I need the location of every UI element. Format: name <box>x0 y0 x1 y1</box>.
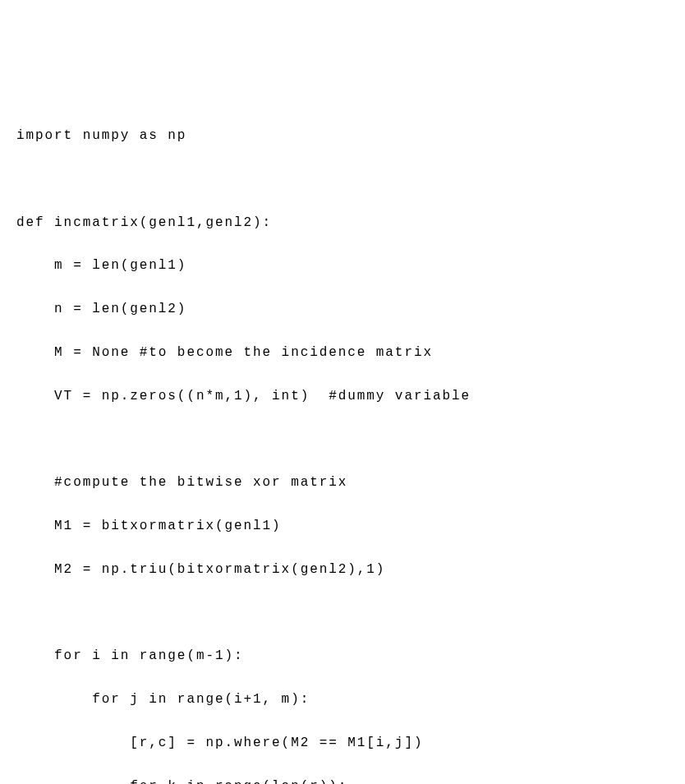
code-line: M = None #to become the incidence matrix <box>16 342 669 363</box>
code-line: M2 = np.triu(bitxormatrix(genl2),1) <box>16 559 669 580</box>
code-line: [r,c] = np.where(M2 == M1[i,j]) <box>16 732 669 754</box>
code-line: M1 = bitxormatrix(genl1) <box>16 515 669 537</box>
code-line: m = len(genl1) <box>16 255 669 276</box>
code-line <box>16 602 669 624</box>
code-listing: import numpy as np def incmatrix(genl1,g… <box>16 104 669 784</box>
code-line: import numpy as np <box>16 125 669 146</box>
code-line: n = len(genl2) <box>16 298 669 320</box>
code-line <box>16 168 669 190</box>
code-line: for k in range(len(r)): <box>16 776 669 784</box>
code-line: #compute the bitwise xor matrix <box>16 472 669 493</box>
code-line: for j in range(i+1, m): <box>16 689 669 710</box>
code-line: for i in range(m-1): <box>16 645 669 666</box>
code-line: def incmatrix(genl1,genl2): <box>16 212 669 233</box>
code-line: VT = np.zeros((n*m,1), int) #dummy varia… <box>16 385 669 407</box>
code-line <box>16 428 669 450</box>
